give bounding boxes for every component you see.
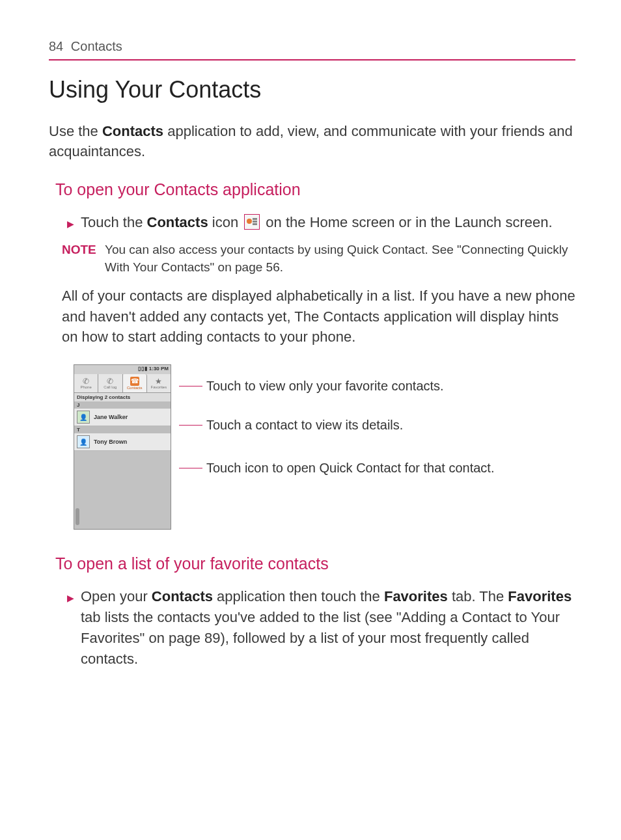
phone-icon: ✆ bbox=[83, 377, 89, 385]
figure-contacts-list: ▯▯▮ 1:30 PM ✆ Phone ✆ Call log ☎ Contact… bbox=[74, 364, 575, 530]
star-icon: ★ bbox=[155, 377, 162, 385]
avatar-icon: 👤 bbox=[77, 411, 90, 424]
header-section: Contacts bbox=[71, 39, 122, 53]
bullet-favorites: ▶ Open your Contacts application then to… bbox=[67, 586, 575, 670]
contacts-tab-icon: ☎ bbox=[130, 377, 139, 386]
status-time: 1:30 PM bbox=[149, 366, 169, 372]
tab-calllog: ✆ Call log bbox=[98, 374, 122, 392]
tab-favorites: ★ Favorites bbox=[147, 374, 171, 392]
contact-row-tony: 👤 Tony Brown bbox=[74, 433, 171, 451]
displaying-count: Displaying 2 contacts bbox=[74, 393, 171, 401]
tab-bar: ✆ Phone ✆ Call log ☎ Contacts ★ Favorite… bbox=[74, 374, 171, 393]
note-label: NOTE bbox=[62, 241, 100, 276]
avatar-icon: 👤 bbox=[77, 435, 90, 448]
page-title: Using Your Contacts bbox=[49, 76, 575, 103]
contacts-app-icon bbox=[244, 214, 260, 230]
page-number: 84 bbox=[49, 39, 63, 53]
callout-line-icon bbox=[179, 386, 202, 386]
subheading-favorites: To open a list of your favorite contacts bbox=[55, 554, 575, 573]
figure-callouts: Touch to view only your favorite contact… bbox=[179, 364, 544, 530]
tab-contacts: ☎ Contacts bbox=[123, 374, 147, 392]
subheading-open-contacts: To open your Contacts application bbox=[55, 180, 575, 199]
triangle-bullet-icon: ▶ bbox=[67, 591, 74, 670]
callout-line-icon bbox=[179, 468, 202, 468]
callout-quick-contact: Touch icon to open Quick Contact for tha… bbox=[206, 461, 494, 476]
intro-paragraph: Use the Contacts application to add, vie… bbox=[49, 122, 575, 162]
tab-phone: ✆ Phone bbox=[74, 374, 98, 392]
note-block: NOTE You can also access your contacts b… bbox=[62, 241, 575, 276]
page-content: 84 Contacts Using Your Contacts Use the … bbox=[0, 0, 621, 718]
triangle-bullet-icon: ▶ bbox=[67, 217, 74, 233]
callout-favorites: Touch to view only your favorite contact… bbox=[206, 379, 444, 394]
contact-row-jane: 👤 Jane Walker bbox=[74, 409, 171, 426]
status-bar: ▯▯▮ 1:30 PM bbox=[74, 365, 171, 374]
calllog-icon: ✆ bbox=[107, 377, 113, 385]
list-divider-j: J bbox=[74, 401, 171, 409]
callout-line-icon bbox=[179, 425, 202, 426]
phone-screenshot: ▯▯▮ 1:30 PM ✆ Phone ✆ Call log ☎ Contact… bbox=[74, 364, 171, 530]
scroll-knob bbox=[76, 508, 79, 525]
phone-empty-area bbox=[74, 451, 171, 529]
bullet-open-contacts: ▶ Touch the Contacts icon on the Home sc… bbox=[67, 212, 575, 233]
note-text: You can also access your contacts by usi… bbox=[105, 241, 575, 276]
status-icons: ▯▯▮ bbox=[138, 366, 148, 372]
callout-contact-details: Touch a contact to view its details. bbox=[206, 418, 403, 433]
running-header: 84 Contacts bbox=[49, 39, 575, 61]
list-divider-t: T bbox=[74, 426, 171, 433]
body-paragraph: All of your contacts are displayed alpha… bbox=[62, 286, 575, 348]
